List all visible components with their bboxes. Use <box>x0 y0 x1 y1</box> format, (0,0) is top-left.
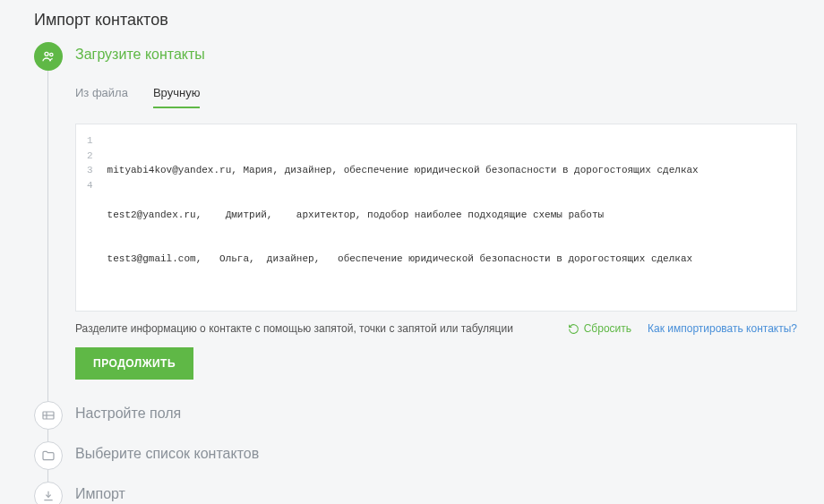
line-number: 4 <box>87 178 93 193</box>
code-line: test3@gmail.com, Ольга, дизайнер, обеспе… <box>107 252 789 267</box>
step-title-list: Выберите список контактов <box>75 441 797 462</box>
users-icon <box>34 42 63 71</box>
step-list: Выберите список контактов <box>34 441 797 482</box>
line-number: 3 <box>87 163 93 178</box>
code-editor[interactable]: 1 2 3 4 mityabi4kov@yandex.ru, Мария, ди… <box>75 124 797 312</box>
code-line: mityabi4kov@yandex.ru, Мария, дизайнер, … <box>107 163 789 178</box>
tab-file[interactable]: Из файла <box>75 79 128 108</box>
steps-wizard: Загрузите контакты Из файла Вручную 1 2 … <box>34 42 797 504</box>
line-numbers: 1 2 3 4 <box>76 124 100 311</box>
tabs: Из файла Вручную <box>75 79 797 109</box>
step-title-fields: Настройте поля <box>75 401 797 422</box>
step-fields: Настройте поля <box>34 401 797 441</box>
help-link[interactable]: Как импортировать контакты? <box>648 322 797 335</box>
code-area[interactable]: mityabi4kov@yandex.ru, Мария, дизайнер, … <box>100 124 796 311</box>
svg-point-1 <box>50 53 53 56</box>
step-title-import: Импорт <box>75 482 797 502</box>
download-icon <box>34 482 63 504</box>
line-number: 2 <box>87 149 93 164</box>
svg-point-0 <box>45 52 48 56</box>
helper-row: Разделите информацию о контакте с помощь… <box>75 322 797 335</box>
step-title-upload: Загрузите контакты <box>75 42 797 63</box>
helper-actions: Сбросить Как импортировать контакты? <box>568 322 797 335</box>
table-icon <box>34 401 63 430</box>
step-import: Импорт <box>34 482 797 504</box>
line-number: 1 <box>87 133 93 149</box>
code-line: test2@yandex.ru, Дмитрий, архитектор, по… <box>107 208 789 223</box>
code-line <box>107 296 789 312</box>
folder-icon <box>34 441 63 470</box>
continue-button[interactable]: ПРОДОЛЖИТЬ <box>75 347 193 380</box>
step-upload: Загрузите контакты Из файла Вручную 1 2 … <box>34 42 797 401</box>
tab-manual[interactable]: Вручную <box>153 79 200 108</box>
step-connector <box>47 71 48 419</box>
reset-icon <box>568 323 579 335</box>
page-title: Импорт контактов <box>34 11 797 30</box>
helper-text: Разделите информацию о контакте с помощь… <box>75 322 513 335</box>
reset-button[interactable]: Сбросить <box>568 322 631 335</box>
reset-label: Сбросить <box>584 322 631 335</box>
